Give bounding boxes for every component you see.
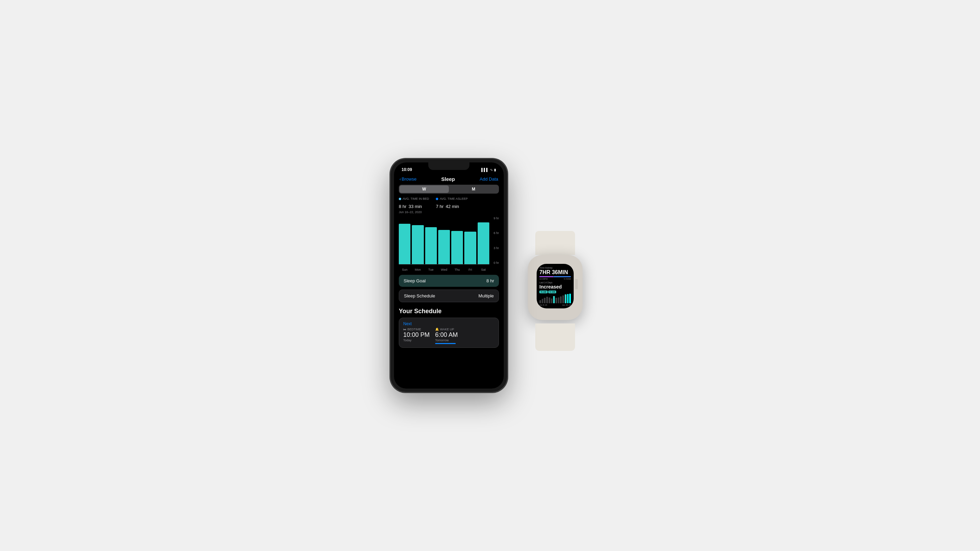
- schedule-next-label: Next: [403, 321, 495, 326]
- w-bar-11: [562, 295, 564, 303]
- watch-date-2: Jun 16–22: [562, 304, 571, 306]
- w-bar-5: [549, 297, 550, 303]
- chart-bar-wed: [438, 217, 450, 264]
- chart-bar-sat: [478, 217, 489, 264]
- sleep-goal-value: 8 hr: [487, 278, 494, 283]
- watch-big-time: 7HR 36MIN: [539, 269, 571, 275]
- watch-end-time: 5:44AM: [564, 278, 571, 280]
- bedtime-day: Today: [403, 338, 430, 342]
- w-bar-13: [567, 294, 569, 303]
- blue-dot: [436, 198, 438, 200]
- iphone-screen: 10:09 ▌▌▌ ∿ ▮ ‹ Browse Sleep Add Data: [394, 162, 504, 389]
- segment-week[interactable]: W: [399, 186, 449, 193]
- add-data-button[interactable]: Add Data: [480, 176, 498, 182]
- watch-band-bottom: [535, 324, 575, 351]
- sleep-schedule-label: Sleep Schedule: [404, 293, 435, 299]
- chevron-left-icon: ‹: [399, 176, 401, 182]
- wakeup-item: 🔔 WAKE UP 6:00 AM Tomorrow: [435, 327, 458, 344]
- sleep-stats: AVG. TIME IN BED 8 hr 33 min Jun 16–22, …: [399, 197, 499, 214]
- content-area: W M AVG. TIME IN BED 8 hr 33 min: [394, 185, 504, 348]
- watch-progress-bar: [539, 276, 571, 277]
- stat-time-asleep: AVG. TIME ASLEEP 7 hr 42 min: [436, 197, 468, 214]
- watch-date-labels: Jun 9–15 Jun 16–22: [539, 304, 571, 306]
- alarm-icon: 🔔: [435, 327, 439, 331]
- status-time: 10:09: [401, 167, 412, 172]
- bedtime-time: 10:00 PM: [403, 331, 430, 338]
- y-label-9hr: 9 hr: [493, 217, 499, 220]
- chart-bar-tue: [425, 217, 437, 264]
- segment-month[interactable]: M: [449, 186, 498, 193]
- watch-progress-blue: [554, 276, 571, 277]
- y-label-3hr: 3 hr: [493, 246, 499, 250]
- segment-control[interactable]: W M: [399, 185, 499, 194]
- watch-band-top: [535, 231, 575, 255]
- schedule-times: 🛏 BEDTIME 10:00 PM Today 🔔 WAKE UP: [403, 327, 495, 344]
- w-bar-6: [551, 299, 553, 303]
- w-bar-1: [539, 300, 541, 303]
- chart-y-labels: 9 hr 6 hr 3 hr 0 hr: [493, 217, 499, 265]
- wakeup-time: 6:00 AM: [435, 331, 458, 338]
- watch-time-asleep-label: Time Asleep: [539, 267, 571, 269]
- chart-bars: [399, 217, 489, 265]
- stat-date: Jun 16–22, 2020: [399, 210, 429, 214]
- schedule-card: Next 🛏 BEDTIME 10:00 PM Today: [399, 318, 499, 348]
- w-bar-3: [544, 298, 546, 303]
- stat-time-in-bed-label: AVG. TIME IN BED: [399, 197, 429, 200]
- w-bar-2: [542, 299, 544, 303]
- wakeup-day: Tomorrow: [435, 338, 458, 344]
- w-bar-12: [565, 294, 566, 303]
- y-label-0hr: 0 hr: [493, 261, 499, 265]
- w-bar-7: [553, 296, 555, 303]
- sleep-goal-row[interactable]: Sleep Goal 8 hr: [399, 275, 499, 287]
- watch-last-14-days-label: Last 14 Days: [539, 281, 571, 284]
- watch-mini-bars: [539, 294, 571, 303]
- watch-progress-purple: [539, 276, 554, 277]
- bed-icon: 🛏: [403, 327, 406, 331]
- sleep-schedule-value: Multiple: [478, 293, 494, 299]
- status-icons: ▌▌▌ ∿ ▮: [481, 168, 496, 171]
- watch-screen: Time Asleep 7HR 36MIN 10:08PM 5:44AM Las…: [537, 264, 574, 308]
- watch-date-1: Jun 9–15: [539, 304, 547, 306]
- apple-watch-device: Time Asleep 7HR 36MIN 10:08PM 5:44AM Las…: [521, 248, 589, 330]
- y-label-6hr: 6 hr: [493, 231, 499, 235]
- stat-time-asleep-label: AVG. TIME ASLEEP: [436, 197, 468, 200]
- back-label: Browse: [401, 176, 416, 182]
- w-bar-10: [560, 296, 562, 303]
- teal-dot: [399, 198, 401, 200]
- nav-title: Sleep: [441, 176, 455, 182]
- watch-body: Time Asleep 7HR 36MIN 10:08PM 5:44AM Las…: [528, 255, 582, 320]
- watch-badge-1: 7H 22M: [539, 291, 547, 293]
- chart-bar-sun: [399, 217, 410, 264]
- nav-bar: ‹ Browse Sleep Add Data: [394, 175, 504, 185]
- wifi-icon: ∿: [490, 168, 493, 171]
- your-schedule-section: Your Schedule Next 🛏 BEDTIME 10:00 PM To…: [399, 306, 499, 348]
- watch-crown: [575, 279, 578, 289]
- x-label-tue: Tue: [425, 268, 437, 272]
- bedtime-item: 🛏 BEDTIME 10:00 PM Today: [403, 327, 430, 344]
- watch-increased-label: Increased: [539, 284, 571, 289]
- x-label-sat: Sat: [478, 268, 489, 272]
- stat-time-in-bed: AVG. TIME IN BED 8 hr 33 min Jun 16–22, …: [399, 197, 429, 214]
- battery-icon: ▮: [494, 168, 496, 171]
- x-label-wed: Wed: [438, 268, 450, 272]
- chart-bar-mon: [412, 217, 423, 264]
- sleep-schedule-row[interactable]: Sleep Schedule Multiple: [399, 289, 499, 302]
- back-button[interactable]: ‹ Browse: [399, 176, 417, 182]
- w-bar-4: [546, 297, 548, 303]
- w-bar-14: [569, 294, 571, 303]
- w-bar-9: [558, 297, 560, 303]
- your-schedule-title: Your Schedule: [399, 308, 499, 315]
- scene: 10:09 ▌▌▌ ∿ ▮ ‹ Browse Sleep Add Data: [250, 36, 730, 515]
- x-label-thu: Thu: [451, 268, 463, 272]
- signal-icon: ▌▌▌: [481, 168, 488, 171]
- w-bar-8: [555, 298, 557, 303]
- chart-x-labels: Sun Mon Tue Wed Thu Fri Sat: [399, 268, 489, 272]
- x-label-mon: Mon: [412, 268, 423, 272]
- bedtime-label: 🛏 BEDTIME: [403, 327, 430, 331]
- sleep-chart: 9 hr 6 hr 3 hr 0 hr: [399, 217, 499, 272]
- stat-time-asleep-value: 7 hr 42 min: [436, 201, 468, 210]
- iphone-notch: [428, 162, 469, 170]
- x-label-fri: Fri: [464, 268, 476, 272]
- chart-bar-thu: [451, 217, 463, 264]
- sleep-goal-label: Sleep Goal: [404, 278, 426, 283]
